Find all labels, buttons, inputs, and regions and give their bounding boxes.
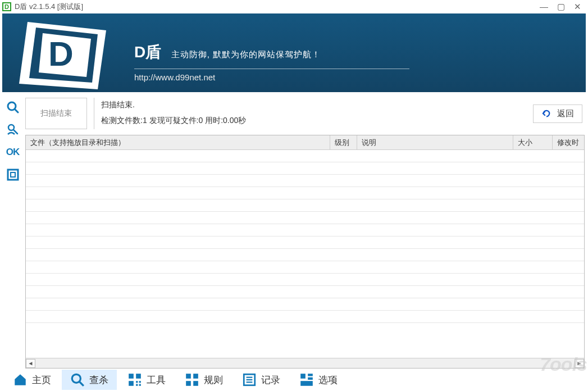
svg-line-10 (79, 381, 84, 386)
options-icon (299, 372, 314, 387)
bottom-nav: 主页 查杀 工具 规则 记录 选项 (0, 369, 588, 391)
table-row (26, 175, 584, 187)
side-search-button[interactable] (4, 99, 22, 116)
table-row (26, 261, 584, 274)
col-file[interactable]: 文件（支持拖放目录和扫描） (26, 135, 330, 149)
back-button[interactable]: 返回 (533, 104, 582, 123)
svg-rect-7 (8, 170, 18, 180)
title-bar: D D盾 v2.1.5.4 [测试版] — ▢ ✕ (0, 0, 588, 13)
undo-icon (541, 108, 551, 119)
col-level[interactable]: 级别 (330, 135, 357, 149)
nav-home[interactable]: 主页 (4, 370, 60, 390)
svg-text:D: D (48, 34, 74, 73)
svg-rect-27 (308, 374, 313, 376)
col-date[interactable]: 修改时 (553, 135, 584, 149)
table-row (26, 274, 584, 286)
nav-label: 规则 (204, 374, 223, 387)
nav-rules[interactable]: 规则 (176, 370, 231, 390)
nav-label: 查杀 (89, 374, 108, 387)
minimize-button[interactable]: — (540, 2, 548, 12)
banner-url: http://www.d99net.net (134, 72, 563, 82)
side-inspect-button[interactable] (4, 121, 22, 138)
watermark: 7ools (540, 353, 587, 375)
table-row (26, 237, 584, 249)
nav-label: 工具 (147, 374, 166, 387)
banner-title: D盾 (134, 42, 161, 63)
search-icon (6, 101, 20, 114)
back-label: 返回 (557, 108, 574, 119)
nav-label: 记录 (261, 374, 280, 387)
header-banner: D D盾 主动防御, 默默为你的网站保驾护航！ http://www.d99ne… (2, 13, 586, 92)
svg-rect-19 (193, 374, 198, 379)
status-text: 扫描结束. 检测文件数:1 发现可疑文件:0 用时:0.00秒 (94, 98, 533, 129)
svg-rect-21 (193, 381, 198, 386)
status-line-1: 扫描结束. (101, 100, 533, 110)
table-row (26, 311, 584, 323)
svg-rect-28 (308, 378, 313, 380)
side-toolbar: OK (0, 92, 25, 369)
svg-rect-26 (300, 374, 306, 379)
logo-icon: D (13, 16, 120, 92)
nav-tools[interactable]: 工具 (119, 370, 174, 390)
table-row (26, 212, 584, 224)
col-desc[interactable]: 说明 (357, 135, 513, 149)
list-icon (242, 372, 257, 387)
svg-point-9 (72, 374, 80, 383)
side-ok-button[interactable]: OK (4, 144, 22, 161)
svg-rect-13 (129, 381, 134, 386)
table-row (26, 187, 584, 199)
nav-label: 主页 (32, 374, 51, 387)
inspect-icon (6, 123, 20, 137)
svg-rect-12 (136, 374, 141, 379)
table-header: 文件（支持拖放目录和扫描） 级别 说明 大小 修改时 (26, 135, 584, 150)
svg-rect-20 (186, 381, 191, 386)
table-body[interactable] (26, 150, 584, 358)
horizontal-scrollbar[interactable]: ◄ ► (26, 358, 584, 368)
table-row (26, 249, 584, 261)
grid-icon (185, 372, 199, 387)
side-square-button[interactable] (4, 166, 22, 183)
app-icon: D (2, 2, 11, 11)
svg-rect-15 (139, 381, 141, 383)
svg-rect-16 (136, 384, 138, 386)
table-row (26, 286, 584, 298)
nav-label: 选项 (318, 374, 338, 387)
nav-log[interactable]: 记录 (234, 370, 289, 390)
table-row (26, 150, 584, 162)
square-icon (6, 168, 20, 181)
table-row (26, 224, 584, 237)
scroll-left-icon[interactable]: ◄ (26, 359, 35, 368)
svg-rect-8 (11, 172, 15, 177)
svg-rect-18 (186, 374, 191, 379)
home-icon (13, 372, 28, 387)
banner-subtitle: 主动防御, 默默为你的网站保驾护航！ (171, 49, 321, 60)
search-icon (70, 372, 85, 387)
window-title: D盾 v2.1.5.4 [测试版] (15, 2, 83, 12)
table-row (26, 199, 584, 212)
nav-scan[interactable]: 查杀 (62, 370, 117, 390)
close-button[interactable]: ✕ (574, 2, 581, 12)
svg-rect-11 (129, 374, 134, 379)
table-row (26, 162, 584, 175)
status-line-2: 检测文件数:1 发现可疑文件:0 用时:0.00秒 (101, 116, 533, 126)
nav-options[interactable]: 选项 (291, 370, 346, 390)
svg-rect-29 (300, 381, 313, 386)
results-table[interactable]: 文件（支持拖放目录和扫描） 级别 说明 大小 修改时 (25, 135, 585, 369)
col-size[interactable]: 大小 (513, 135, 553, 149)
tools-icon (127, 372, 142, 387)
svg-rect-17 (139, 384, 141, 386)
svg-line-5 (15, 109, 18, 112)
svg-rect-14 (136, 381, 138, 383)
scan-end-button[interactable]: 扫描结束 (25, 98, 87, 129)
table-row (26, 298, 584, 311)
maximize-button[interactable]: ▢ (557, 2, 565, 12)
ok-label: OK (6, 147, 20, 158)
